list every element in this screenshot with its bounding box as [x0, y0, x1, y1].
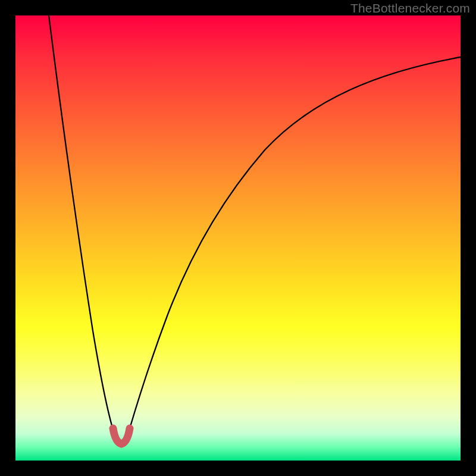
trough-marker	[113, 428, 130, 444]
curve-layer	[15, 15, 461, 461]
plot-area	[15, 15, 461, 461]
watermark: TheBottlenecker.com	[350, 1, 470, 15]
curve-left-branch	[49, 15, 121, 442]
curve-right-branch	[121, 57, 461, 441]
